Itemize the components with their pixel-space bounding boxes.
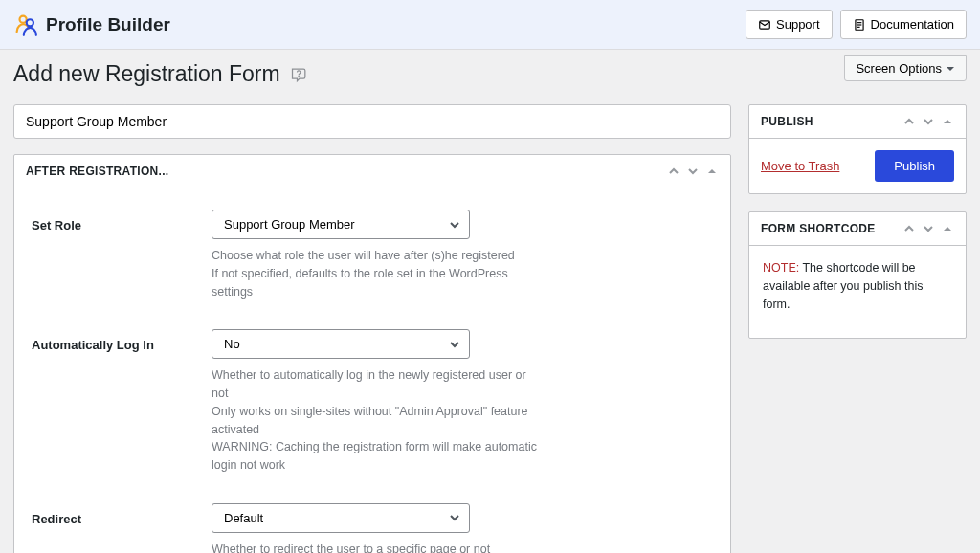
page-header: Add new Registration Form Screen Options — [0, 50, 980, 87]
header-actions: Support Documentation — [746, 10, 967, 39]
caret-down-icon — [946, 64, 955, 74]
after-registration-body: Set Role Support Group Member Choose wha… — [14, 188, 730, 553]
support-label: Support — [776, 17, 820, 32]
page-title-wrap: Add new Registration Form — [13, 61, 309, 87]
form-title-input[interactable] — [13, 104, 731, 139]
redirect-desc: Whether to redirect the user to a specif… — [212, 541, 537, 553]
metabox-handle-actions — [667, 165, 719, 178]
shortcode-title: Form Shortcode — [761, 222, 876, 235]
move-down-icon[interactable] — [922, 115, 935, 128]
shortcode-body: NOTE: The shortcode will be available af… — [749, 246, 966, 338]
brand-name: Profile Builder — [46, 14, 170, 35]
help-icon[interactable] — [290, 65, 309, 84]
toggle-icon[interactable] — [941, 222, 954, 235]
brand-logo-icon — [13, 12, 38, 37]
after-registration-title: After Registration... — [26, 165, 168, 178]
set-role-select[interactable]: Support Group Member — [212, 210, 470, 239]
brand: Profile Builder — [13, 12, 170, 37]
redirect-row: Redirect Default Whether to redirect the… — [32, 503, 713, 553]
publish-title: Publish — [761, 115, 813, 128]
set-role-row: Set Role Support Group Member Choose wha… — [32, 210, 713, 300]
auto-login-desc: Whether to automatically log in the newl… — [212, 366, 537, 475]
move-down-icon[interactable] — [686, 165, 700, 178]
move-down-icon[interactable] — [922, 222, 935, 235]
svg-point-7 — [298, 76, 299, 77]
toggle-icon[interactable] — [705, 165, 719, 178]
set-role-desc: Choose what role the user will have afte… — [212, 247, 537, 300]
redirect-label: Redirect — [32, 503, 212, 553]
support-button[interactable]: Support — [746, 10, 833, 39]
publish-button[interactable]: Publish — [875, 150, 954, 182]
app-header: Profile Builder Support Documentation — [0, 0, 980, 50]
move-to-trash-link[interactable]: Move to Trash — [761, 159, 839, 173]
main-content: After Registration... Set Role Support G… — [0, 87, 980, 553]
note-label: NOTE: — [763, 261, 799, 275]
set-role-control: Support Group Member Choose what role th… — [212, 210, 537, 300]
page-title: Add new Registration Form — [13, 61, 280, 87]
screen-options-button[interactable]: Screen Options — [844, 55, 967, 81]
auto-login-select[interactable]: No — [212, 329, 470, 359]
publish-metabox: Publish Move to Trash Publish — [748, 104, 967, 194]
shortcode-metabox: Form Shortcode NOTE: The shortcode will … — [748, 211, 967, 339]
set-role-label: Set Role — [32, 210, 212, 300]
content-left: After Registration... Set Role Support G… — [13, 104, 731, 553]
toggle-icon[interactable] — [941, 115, 954, 128]
documentation-label: Documentation — [871, 17, 954, 32]
move-up-icon[interactable] — [902, 115, 916, 128]
svg-point-0 — [20, 15, 27, 22]
redirect-select[interactable]: Default — [212, 503, 470, 533]
shortcode-header: Form Shortcode — [749, 212, 966, 246]
move-up-icon[interactable] — [667, 165, 680, 178]
move-up-icon[interactable] — [902, 222, 916, 235]
redirect-control: Default Whether to redirect the user to … — [212, 503, 537, 553]
publish-handle-actions — [902, 115, 954, 128]
documentation-button[interactable]: Documentation — [840, 10, 967, 39]
svg-point-1 — [27, 19, 33, 26]
after-registration-header: After Registration... — [14, 155, 730, 188]
after-registration-metabox: After Registration... Set Role Support G… — [13, 154, 731, 553]
content-right: Publish Move to Trash Publish Form Short… — [748, 104, 967, 356]
shortcode-handle-actions — [902, 222, 954, 235]
mail-icon — [758, 18, 771, 32]
auto-login-control: No Whether to automatically log in the n… — [212, 329, 537, 475]
auto-login-row: Automatically Log In No Whether to autom… — [32, 329, 713, 475]
publish-actions: Move to Trash Publish — [749, 139, 966, 193]
document-icon — [853, 18, 866, 32]
screen-options-label: Screen Options — [856, 61, 942, 76]
auto-login-label: Automatically Log In — [32, 329, 212, 475]
publish-header: Publish — [749, 105, 966, 139]
